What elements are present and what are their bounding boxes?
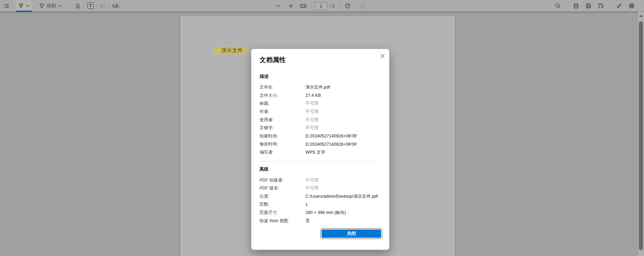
print-button[interactable]: [571, 1, 581, 11]
property-label: PDF 版本:: [260, 185, 305, 191]
property-label: 页数:: [260, 202, 305, 207]
highlight-annotation[interactable]: 演示文件: [214, 47, 247, 54]
property-value: 280 × 396 mm (纵向): [305, 210, 346, 216]
property-label: 文件大小:: [260, 93, 305, 99]
toolbar-left-group: 绘制 T A: [0, 0, 121, 11]
gear-icon: [628, 2, 635, 9]
pen-nib-icon: [38, 2, 45, 9]
dialog-title: 文档属性: [260, 56, 381, 64]
eraser-button[interactable]: [73, 1, 82, 11]
printer-icon: [573, 2, 579, 9]
rotate-icon: [344, 2, 351, 9]
draw-tool-button[interactable]: 绘制: [38, 2, 63, 9]
property-label: 关键字:: [260, 125, 305, 131]
property-row: 标题:不可用: [260, 100, 381, 108]
toolbar-divider: [311, 3, 311, 9]
property-value: 1: [305, 202, 308, 207]
chevron-down-icon: [25, 3, 30, 9]
description-rows: 文件名:演示文件.pdf文件大小:27.4 KB标题:不可用作者:不可用使用者:…: [260, 83, 381, 156]
close-icon: [380, 53, 385, 60]
read-aloud-button[interactable]: A: [98, 1, 108, 11]
toolbar-center-group: / 1: [274, 0, 368, 12]
scrollbar-thumb[interactable]: [639, 21, 643, 250]
property-value: 不可用: [305, 177, 319, 183]
fullscreen-icon: [616, 2, 623, 9]
property-row: 位置:C:/Users/admin/Desktop/演示文件.pdf: [260, 193, 381, 201]
save-as-button[interactable]: [596, 1, 606, 11]
property-label: 编写者:: [260, 150, 305, 155]
minus-icon: [275, 2, 282, 9]
property-value: 演示文件.pdf: [305, 84, 330, 90]
plus-icon: [287, 2, 294, 9]
rotate-button[interactable]: [343, 1, 352, 11]
scrollbar-up-arrow-icon[interactable]: [638, 14, 644, 19]
page-view-icon: [360, 2, 367, 9]
settings-button[interactable]: [627, 1, 636, 11]
toolbar-divider: [610, 3, 610, 9]
vertical-scrollbar[interactable]: [638, 12, 644, 256]
close-dialog-button[interactable]: 关闭: [322, 229, 381, 238]
property-value: 不可用: [305, 185, 319, 191]
property-row: 文件名:演示文件.pdf: [260, 83, 381, 92]
property-row: 页面尺寸:280 × 396 mm (纵向): [260, 209, 381, 217]
fit-width-icon: [300, 2, 307, 9]
section-divider: [260, 161, 381, 162]
property-value: 27.4 KB: [305, 93, 321, 98]
description-section-header: 描述: [260, 73, 381, 80]
page-view-button[interactable]: [358, 1, 368, 11]
property-row: 关键字:不可用: [260, 124, 381, 132]
search-button[interactable]: [553, 1, 563, 11]
toolbar-divider: [84, 3, 84, 9]
zoom-in-button[interactable]: [286, 1, 296, 11]
fullscreen-button[interactable]: [614, 1, 624, 11]
advanced-rows: PDF 创建者:不可用PDF 版本:不可用位置:C:/Users/admin/D…: [260, 176, 381, 225]
property-label: 快速 Web 视图:: [260, 218, 305, 224]
property-label: 位置:: [260, 194, 305, 199]
draw-tool-label: 绘制: [47, 3, 56, 9]
property-label: 使用者:: [260, 117, 305, 123]
text-box-icon: T: [87, 2, 94, 9]
property-label: 文件名:: [260, 84, 305, 90]
property-value: 不可用: [305, 109, 319, 115]
property-row: 创建时间:D:20240527140928+06'09': [260, 132, 381, 141]
property-value: 不可用: [305, 101, 319, 106]
table-of-contents-icon: [3, 2, 10, 9]
translate-button[interactable]: aあ: [111, 1, 121, 11]
toolbar-right-group: [553, 0, 636, 12]
table-of-contents-button[interactable]: [1, 1, 11, 11]
toolbar-divider: [355, 3, 355, 9]
save-button[interactable]: [584, 1, 593, 11]
dialog-close-button[interactable]: [378, 52, 387, 61]
toolbar-divider: [97, 3, 97, 9]
translate-icon: aあ: [112, 3, 120, 9]
property-value: D:20240527140928+06'09': [305, 142, 357, 147]
property-label: PDF 创建者:: [260, 177, 305, 183]
property-row: PDF 创建者:不可用: [260, 176, 381, 184]
document-properties-dialog: 文档属性 描述 文件名:演示文件.pdf文件大小:27.4 KB标题:不可用作者…: [251, 49, 389, 250]
property-label: 标题:: [260, 101, 305, 106]
toolbar-divider: [340, 3, 340, 9]
add-text-button[interactable]: T: [86, 1, 95, 11]
property-value: 否: [305, 218, 310, 224]
page-count-label: / 1: [330, 3, 335, 9]
property-value: D:20240527140928+06'09': [305, 134, 357, 139]
property-row: 快速 Web 视图:否: [260, 217, 381, 225]
property-row: PDF 版本:不可用: [260, 184, 381, 193]
property-label: 页面尺寸:: [260, 210, 305, 216]
property-label: 创建时间:: [260, 133, 305, 139]
property-row: 文件大小:27.4 KB: [260, 92, 381, 100]
search-icon: [554, 2, 561, 9]
highlighter-tool-button[interactable]: [16, 0, 32, 11]
toolbar-divider: [109, 3, 110, 9]
advanced-section-header: 高级: [260, 166, 381, 172]
property-value: 不可用: [305, 117, 319, 123]
eraser-icon: [74, 2, 81, 9]
save-as-icon: [597, 2, 604, 9]
property-row: 页数:1: [260, 201, 381, 209]
zoom-out-button[interactable]: [274, 1, 283, 11]
pdf-toolbar: 绘制 T A: [0, 0, 644, 12]
chevron-down-icon: [58, 3, 63, 9]
page-number-input[interactable]: [315, 2, 327, 10]
property-value: WPS 文字: [305, 150, 325, 155]
fit-to-width-button[interactable]: [299, 1, 308, 11]
